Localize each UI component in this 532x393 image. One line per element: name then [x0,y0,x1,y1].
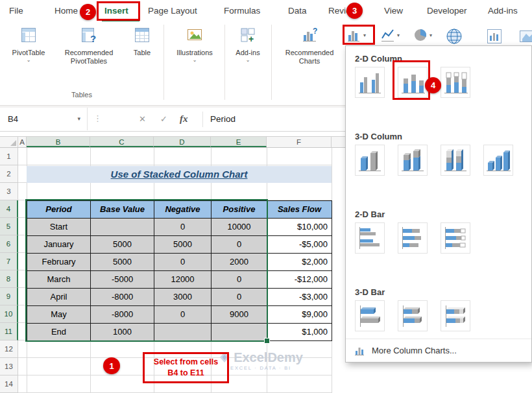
row-header-6[interactable]: 6 [0,235,18,253]
formula-bar-handle[interactable]: ⋮ [93,113,102,123]
fill-handle[interactable] [264,338,270,344]
row-header-7[interactable]: 7 [0,253,18,270]
insert-column-chart-button[interactable]: ▾ [346,27,366,43]
insert-pie-chart-button[interactable]: ▾ [413,27,432,43]
tab-formulas[interactable]: Formulas [224,0,260,22]
thumb-3d-clustered-column[interactable] [355,145,385,176]
thumb-3d-column[interactable] [483,145,513,176]
table-header-base-value[interactable]: Base Value [91,201,154,219]
cell-f6[interactable]: -$5,000 [267,236,332,254]
cell-f8[interactable]: -$12,000 [267,271,332,289]
cell-d11[interactable] [154,324,212,341]
thumb-100pct-stacked-column[interactable] [441,67,470,98]
column-header-c[interactable]: C [90,137,154,147]
column-header-d[interactable]: D [154,137,211,147]
tab-home[interactable]: Home [54,0,78,22]
cell-c6[interactable]: 5000 [91,236,154,254]
cell-d5[interactable]: 0 [154,219,212,236]
thumb-100pct-stacked-bar[interactable] [441,222,470,254]
cell-b9[interactable]: April [27,289,91,306]
cell-e5[interactable]: 10000 [212,219,267,236]
pivotchart-button[interactable] [485,27,503,45]
cell-d8[interactable]: 12000 [154,271,212,289]
cell-b5[interactable]: Start [27,219,91,236]
cell-f7[interactable]: $2,000 [267,254,332,271]
cell-f5[interactable]: $10,000 [267,219,332,236]
thumb-3d-100pct-stacked-column[interactable] [441,145,470,176]
thumb-3d-stacked-bar[interactable] [398,300,428,331]
insert-line-chart-button[interactable]: ▾ [380,27,400,43]
cell-f9[interactable]: -$3,000 [267,289,332,306]
cell-e8[interactable]: 0 [212,271,267,289]
recommended-charts-button[interactable]: ? Recommended Charts [275,26,344,66]
cell-e10[interactable]: 9000 [212,306,267,324]
more-column-charts-item[interactable]: More Column Charts... [346,339,531,362]
thumb-clustered-column[interactable] [355,67,385,98]
name-box[interactable]: B4 ▾ [0,108,88,130]
cell-c5[interactable] [91,219,154,236]
tab-page-layout[interactable]: Page Layout [148,0,197,22]
column-header-b[interactable]: B [27,137,90,147]
cell-d6[interactable]: 5000 [154,236,212,254]
thumb-3d-stacked-column[interactable] [398,145,428,176]
cell-b10[interactable]: May [27,306,91,324]
thumb-stacked-column[interactable] [398,67,428,98]
row-header-8[interactable]: 8 [0,270,18,288]
column-header-a[interactable]: A [18,137,27,147]
table-header-positive[interactable]: Positive [212,201,267,219]
cell-b6[interactable]: January [27,236,91,254]
tour-button[interactable] [518,27,532,45]
select-all-corner[interactable] [0,137,18,147]
row-header-3[interactable]: 3 [0,183,18,200]
thumb-3d-100pct-stacked-bar[interactable] [441,300,470,331]
cell-c10[interactable]: -8000 [91,306,154,324]
row-header-11[interactable]: 11 [0,323,18,340]
tab-add-ins[interactable]: Add-ins [488,0,518,22]
cell-e9[interactable]: 0 [212,289,267,306]
column-header-f[interactable]: F [267,137,332,147]
maps-button[interactable] [445,27,463,45]
cell-f11[interactable]: $1,000 [267,324,332,341]
row-header-9[interactable]: 9 [0,288,18,305]
thumb-stacked-bar[interactable] [398,222,428,254]
pivottable-button[interactable]: PivotTable ⌄ [4,26,53,64]
cell-d7[interactable]: 0 [154,254,212,271]
row-header-2[interactable]: 2 [0,165,18,183]
thumb-3d-clustered-bar[interactable] [355,300,385,331]
row-header-12[interactable]: 12 [0,340,18,358]
formula-input[interactable]: Period [210,108,236,130]
column-header-e[interactable]: E [211,137,267,147]
cell-d9[interactable]: 3000 [154,289,212,306]
cell-e11[interactable] [212,324,267,341]
row-header-14[interactable]: 14 [0,375,18,393]
add-ins-button[interactable]: + Add-ins ⌄ [228,26,267,64]
row-header-5[interactable]: 5 [0,218,18,235]
row-header-1[interactable]: 1 [0,148,18,165]
insert-function-icon[interactable]: fx [180,108,188,130]
cell-e7[interactable]: 2000 [212,254,267,271]
thumb-clustered-bar[interactable] [355,222,385,254]
row-header-10[interactable]: 10 [0,305,18,323]
illustrations-button[interactable]: Illustrations ⌄ [169,26,221,64]
cell-c7[interactable]: 5000 [91,254,154,271]
cancel-icon[interactable]: ✕ [139,108,146,130]
table-header-negative[interactable]: Negative [154,201,212,219]
tab-data[interactable]: Data [288,0,307,22]
cell-f10[interactable]: $9,000 [267,306,332,324]
cell-e6[interactable]: 0 [212,236,267,254]
table-button[interactable]: Table [125,26,160,57]
row-header-4[interactable]: 4 [0,200,18,218]
cell-b7[interactable]: February [27,254,91,271]
tab-view[interactable]: View [384,0,403,22]
recommended-pivottables-button[interactable]: ? Recommended PivotTables [54,26,123,66]
table-header-period[interactable]: Period [27,201,91,219]
cell-c9[interactable]: -8000 [91,289,154,306]
cell-b11[interactable]: End [27,324,91,341]
cell-d10[interactable]: 0 [154,306,212,324]
tab-insert[interactable]: Insert [104,0,128,22]
cell-c11[interactable]: 1000 [91,324,154,341]
table-header-sales-flow[interactable]: Sales Flow [267,201,332,219]
row-header-13[interactable]: 13 [0,358,18,375]
cell-b8[interactable]: March [27,271,91,289]
enter-icon[interactable]: ✓ [160,108,167,130]
